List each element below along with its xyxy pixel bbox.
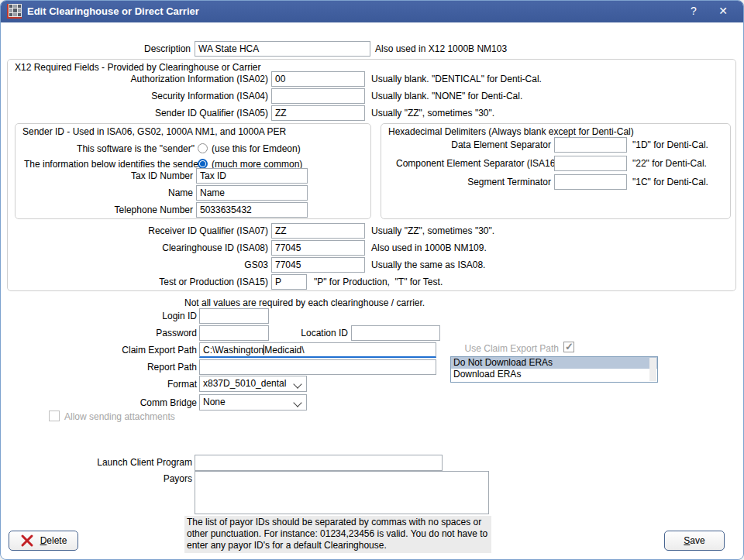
sender-radio1-label: This software is the "sender" (47, 143, 195, 154)
isa08-input[interactable] (271, 240, 365, 256)
login-id-input[interactable] (199, 308, 269, 324)
isa15-hint: "P" for Production, "T" for Test. (314, 277, 443, 287)
segment-terminator-label: Segment Terminator (396, 177, 551, 187)
isa07-input[interactable] (271, 223, 365, 239)
gs03-label: GS03 (74, 259, 268, 270)
tax-id-input[interactable] (196, 168, 308, 184)
edit-clearinghouse-dialog: Edit Clearinghouse or Direct Carrier ? ✕… (0, 0, 744, 560)
sender-name-input[interactable] (196, 185, 308, 201)
sender-radio2-label: The information below identifies the sen… (24, 159, 195, 170)
launch-client-program-label: Launch Client Program (76, 457, 192, 468)
isa08-label: Clearinghouse ID (ISA08) (74, 242, 268, 253)
report-path-label: Report Path (81, 362, 197, 373)
comm-bridge-dropdown[interactable]: None (199, 394, 307, 411)
title-bar: Edit Clearinghouse or Direct Carrier ? ✕ (1, 1, 743, 22)
payors-note: The list of payor IDs should be separate… (184, 516, 491, 553)
isa07-label: Receiver ID Qualifier (ISA07) (74, 225, 268, 236)
report-path-input[interactable] (199, 359, 436, 375)
save-button-label: Save (684, 535, 704, 546)
description-input[interactable] (195, 41, 370, 57)
segment-terminator-hint: "1C" for Denti-Cal. (632, 177, 708, 187)
isa05-hint: Usually "ZZ", sometimes "30". (371, 108, 494, 119)
isa02-input[interactable] (271, 71, 365, 87)
delete-button[interactable]: Delete (9, 531, 78, 551)
isa05-label: Sender ID Qualifier (ISA05) (74, 108, 268, 119)
era-option-do-not-download[interactable]: Do Not Download ERAs (451, 357, 657, 369)
close-icon[interactable]: ✕ (714, 5, 732, 19)
x12-group-title: X12 Required Fields - Provided by Cleari… (15, 62, 260, 73)
isa02-hint: Usually blank. "DENTICAL" for Denti-Cal. (371, 74, 542, 84)
claim-export-path-text-pre: C:\Washington (203, 345, 264, 356)
allow-attachments-checkbox (49, 411, 60, 421)
claim-export-path-label: Claim Export Path (81, 345, 197, 356)
allow-attachments-label: Allow sending attachments (64, 411, 175, 422)
hex-group-title: Hexadecimal Delimiters (Always blank exc… (388, 126, 634, 137)
comm-bridge-dropdown-value: None (203, 397, 226, 407)
payors-label: Payors (76, 473, 192, 484)
data-element-separator-input[interactable] (554, 137, 627, 153)
password-input[interactable] (199, 325, 269, 341)
window-title: Edit Clearinghouse or Direct Carrier (27, 5, 199, 17)
claim-export-path-input[interactable]: C:\WashingtonMedicaid\ (199, 342, 436, 358)
claim-export-path-text-post: Medicaid\ (264, 345, 304, 356)
component-separator-input[interactable] (554, 156, 627, 171)
launch-client-program-input[interactable] (195, 455, 443, 471)
gs03-hint: Usually the same as ISA08. (371, 259, 485, 270)
required-note: Not all values are required by each clea… (184, 297, 425, 308)
format-label: Format (81, 379, 197, 390)
sender-radio1-hint: (use this for Emdeon) (212, 143, 301, 154)
data-element-separator-label: Data Element Separator (396, 139, 551, 150)
location-id-input[interactable] (351, 325, 440, 341)
login-id-label: Login ID (81, 311, 197, 321)
use-claim-export-label: Use Claim Export Path (443, 343, 559, 354)
isa05-input[interactable] (271, 105, 365, 121)
use-claim-export-checkbox (563, 342, 574, 352)
delete-button-label: Delete (40, 535, 67, 546)
sender-radio1[interactable] (198, 143, 208, 153)
sender-groupbox (15, 123, 371, 219)
comm-bridge-label: Comm Bridge (81, 397, 197, 408)
segment-terminator-input[interactable] (554, 174, 627, 190)
sender-group-title: Sender ID - Used in ISA06, GS02, 1000A N… (22, 126, 286, 137)
isa15-input[interactable] (271, 274, 307, 290)
gs03-input[interactable] (271, 257, 365, 273)
sender-name-label: Name (77, 187, 193, 198)
password-label: Password (81, 328, 197, 338)
isa08-hint: Also used in 1000B NM109. (371, 242, 487, 253)
payors-textarea[interactable] (195, 471, 489, 514)
chevron-down-icon (293, 398, 301, 407)
component-separator-label: Component Element Separator (ISA16) (396, 158, 551, 169)
isa04-label: Security Information (ISA04) (74, 91, 268, 101)
isa07-hint: Usually "ZZ", sometimes "30". (371, 225, 494, 236)
component-separator-hint: "22" for Denti-Cal. (632, 158, 707, 169)
format-dropdown[interactable]: x837D_5010_dental (199, 376, 307, 392)
isa04-input[interactable] (271, 88, 365, 104)
isa02-label: Authorization Information (ISA02) (74, 74, 268, 84)
isa04-hint: Usually blank. "NONE" for Denti-Cal. (371, 91, 522, 101)
isa15-label: Test or Production (ISA15) (74, 277, 268, 287)
era-option-download[interactable]: Download ERAs (451, 369, 657, 380)
era-listbox-scrollbar[interactable] (649, 358, 656, 381)
red-x-icon (20, 534, 34, 548)
location-id-label: Location ID (270, 328, 348, 338)
era-listbox[interactable]: Do Not Download ERAs Download ERAs (450, 356, 658, 383)
save-button[interactable]: Save (664, 531, 725, 551)
help-button[interactable]: ? (684, 5, 703, 19)
app-grid-icon (7, 4, 22, 19)
description-label: Description (74, 43, 191, 54)
telephone-label: Telephone Number (77, 204, 193, 215)
chevron-down-icon (293, 380, 301, 388)
description-hint: Also used in X12 1000B NM103 (375, 43, 507, 54)
telephone-input[interactable] (196, 202, 308, 218)
tax-id-label: Tax ID Number (77, 170, 193, 181)
data-element-separator-hint: "1D" for Denti-Cal. (632, 139, 708, 150)
format-dropdown-value: x837D_5010_dental (203, 378, 286, 389)
